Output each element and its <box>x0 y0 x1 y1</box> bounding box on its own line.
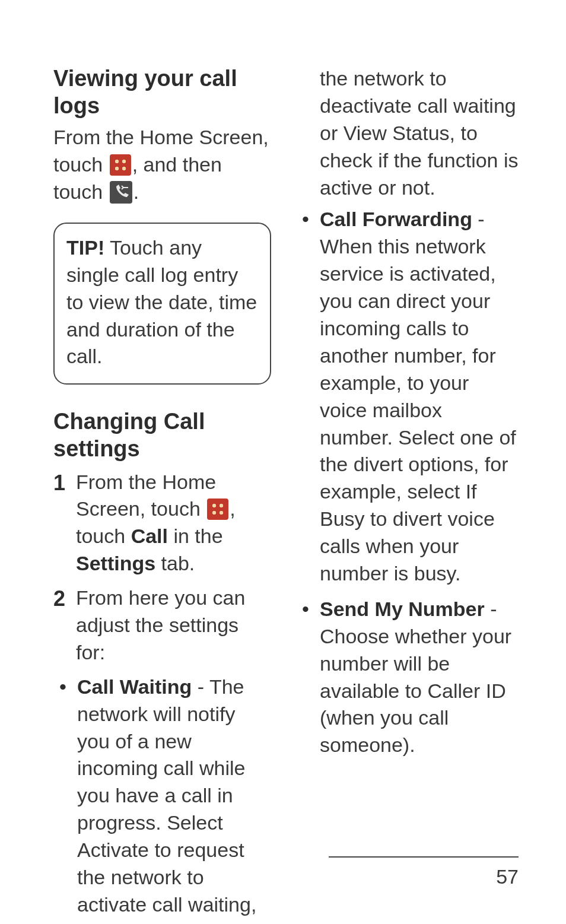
label-send-my-number: Send My Number <box>320 598 485 620</box>
step-1: From the Home Screen, touch , touch Call… <box>53 469 271 578</box>
label-call-waiting: Call Waiting <box>77 675 192 698</box>
label-call-forwarding: Call Forwarding <box>320 208 472 230</box>
bullet-call-waiting: Call Waiting - The network will notify y… <box>53 674 271 924</box>
heading-viewing-call-logs: Viewing your call logs <box>53 65 271 119</box>
label-call: Call <box>131 525 168 547</box>
apps-icon <box>207 498 228 520</box>
text: - The network will notify you of a new i… <box>77 675 256 924</box>
text: tab. <box>155 552 195 574</box>
text: From here you can adjust the settings fo… <box>76 586 245 663</box>
tip-box: TIP! Touch any single call log entry to … <box>53 223 271 385</box>
text: From the Home Screen, touch <box>76 471 216 520</box>
carryover-text: the network to deactivate call waiting o… <box>301 65 519 201</box>
text: - Choose whether your number will be ava… <box>320 598 511 756</box>
heading-changing-call-settings: Changing Call settings <box>53 408 271 462</box>
apps-icon <box>110 154 131 176</box>
call-log-icon <box>110 181 132 204</box>
paragraph: From the Home Screen, touch , and then t… <box>53 124 271 206</box>
footer-rule <box>329 856 519 858</box>
bullet-send-my-number: Send My Number - Choose whether your num… <box>301 596 519 759</box>
page-footer: 57 <box>329 856 519 891</box>
page-number: 57 <box>329 863 519 891</box>
bullet-call-forwarding: Call Forwarding - When this network serv… <box>301 206 519 587</box>
text: - When this network service is activated… <box>320 208 516 585</box>
text: . <box>133 180 139 203</box>
label-settings: Settings <box>76 552 155 574</box>
step-2: From here you can adjust the settings fo… <box>53 585 271 666</box>
text: in the <box>168 525 223 547</box>
tip-label: TIP! <box>66 236 104 259</box>
